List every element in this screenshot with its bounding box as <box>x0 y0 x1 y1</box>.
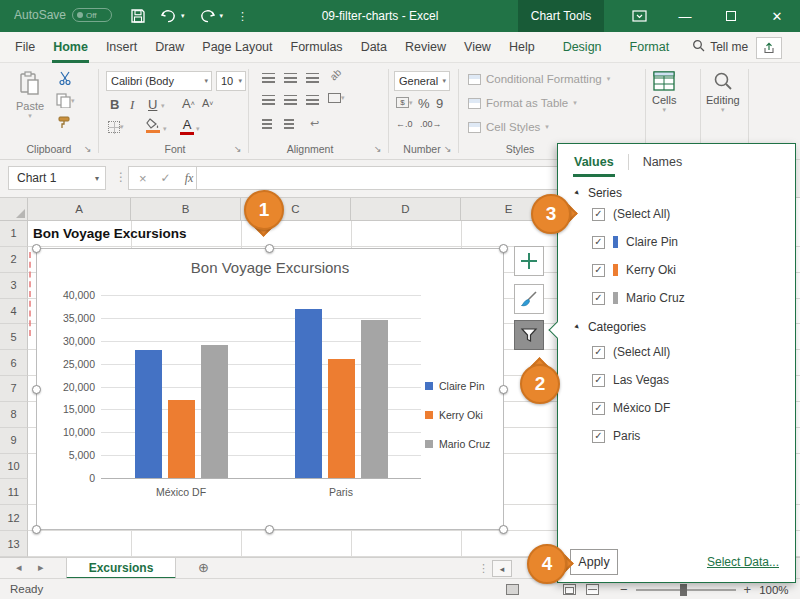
minimize-button[interactable]: — <box>662 0 708 32</box>
zoom-in-icon[interactable]: + <box>744 582 752 597</box>
checkbox-checked-icon[interactable]: ✓ <box>592 236 605 249</box>
bar-kerry-oki[interactable] <box>328 359 355 478</box>
undo-dropdown-icon[interactable]: ▾ <box>181 12 185 20</box>
font-dialog-launcher[interactable]: ↘ <box>234 144 242 154</box>
tab-insert[interactable]: Insert <box>97 32 146 63</box>
row-header-1[interactable]: 1 <box>0 221 28 247</box>
panel-tab-names[interactable]: Names <box>637 144 689 180</box>
column-header-B[interactable]: B <box>131 198 241 221</box>
series-row-claire[interactable]: ✓Claire Pin <box>592 228 678 256</box>
autosave-pill[interactable]: Off <box>72 8 112 22</box>
chart-handle-top-center[interactable] <box>265 244 274 253</box>
checkbox-checked-icon[interactable]: ✓ <box>592 208 605 221</box>
cell-styles-button[interactable]: Cell Styles▾ <box>468 121 549 133</box>
category-select-all-row[interactable]: ✓(Select All) <box>592 338 670 366</box>
chart-handle-bottom-right[interactable] <box>499 525 508 534</box>
new-sheet-button[interactable]: ⊕ <box>198 560 209 575</box>
row-header-11[interactable]: 11 <box>0 479 28 505</box>
series-select-all-row[interactable]: ✓(Select All) <box>592 200 670 228</box>
chart-handle-mid-right[interactable] <box>499 385 508 394</box>
cells-dropdown-icon[interactable]: ▾ <box>662 106 666 114</box>
page-break-view-button[interactable] <box>586 584 599 595</box>
autosave-toggle[interactable]: AutoSave Off <box>14 8 112 22</box>
sheet-tab-excursions[interactable]: Excursions <box>66 558 176 579</box>
formula-bar-drag-handle[interactable]: ⋮ <box>115 170 127 184</box>
legend-item[interactable]: Kerry Oki <box>425 400 490 429</box>
checkbox-checked-icon[interactable]: ✓ <box>592 264 605 277</box>
select-all-corner[interactable] <box>0 198 28 221</box>
font-size-select[interactable]: 10▾ <box>216 71 246 91</box>
chart-handle-bottom-left[interactable] <box>32 525 41 534</box>
fill-color-dropdown-icon[interactable]: ▾ <box>163 125 167 133</box>
hscroll-left-icon[interactable]: ◂ <box>492 560 512 577</box>
zoom-slider[interactable] <box>636 589 736 591</box>
row-header-8[interactable]: 8 <box>0 402 28 428</box>
orientation-button[interactable]: ab <box>328 67 344 83</box>
chart-handle-mid-left[interactable] <box>32 385 41 394</box>
paste-dropdown-icon[interactable]: ▾ <box>28 112 32 120</box>
insert-function-icon[interactable]: fx <box>185 171 194 186</box>
chart-plot-area[interactable] <box>101 295 421 478</box>
legend-item[interactable]: Claire Pin <box>425 371 490 400</box>
save-button[interactable] <box>130 8 146 24</box>
row-header-10[interactable]: 10 <box>0 454 28 480</box>
row-header-3[interactable]: 3 <box>0 273 28 299</box>
cancel-icon[interactable]: × <box>139 171 147 186</box>
category-row-mexico-df[interactable]: ✓México DF <box>592 394 670 422</box>
chart-object[interactable]: Bon Voyage Excursions 40,00035,00030,000… <box>36 248 504 530</box>
tab-format[interactable]: Format <box>621 32 679 63</box>
select-data-link[interactable]: Select Data... <box>707 555 779 569</box>
bar-claire-pin[interactable] <box>135 350 162 478</box>
row-header-7[interactable]: 7 <box>0 376 28 402</box>
alignment-dialog-launcher[interactable]: ↘ <box>374 144 382 154</box>
column-header-A[interactable]: A <box>28 198 131 221</box>
zoom-slider-thumb[interactable] <box>680 584 687 596</box>
align-top-button[interactable] <box>262 73 275 83</box>
sheet-nav-prev-icon[interactable]: ◂ <box>16 561 22 574</box>
row-header-13[interactable]: 13 <box>0 531 28 557</box>
cells-button[interactable]: Cells ▾ <box>652 71 676 114</box>
name-box[interactable]: Chart 1▾ <box>8 166 106 190</box>
row-header-4[interactable]: 4 <box>0 299 28 325</box>
decrease-decimal-button[interactable]: .00→ <box>420 119 442 129</box>
comma-style-button[interactable]: 9 <box>436 96 443 111</box>
align-bottom-button[interactable] <box>306 73 319 83</box>
category-row-las-vegas[interactable]: ✓Las Vegas <box>592 366 669 394</box>
wrap-text-button[interactable]: ↩ <box>310 117 319 130</box>
tab-scroll-splitter[interactable]: ⋮ <box>478 562 489 575</box>
tell-me-box[interactable]: Tell me <box>692 39 748 55</box>
tab-file[interactable]: File <box>6 32 44 63</box>
series-row-kerry[interactable]: ✓Kerry Oki <box>592 256 676 284</box>
underline-button[interactable]: U <box>148 97 157 112</box>
format-as-table-button[interactable]: Format as Table▾ <box>468 97 577 109</box>
increase-decimal-button[interactable]: ←.0 <box>396 119 413 129</box>
copy-button[interactable]: ▾ <box>56 93 75 108</box>
align-center-button[interactable] <box>284 95 297 105</box>
chart-legend[interactable]: Claire PinKerry OkiMario Cruz <box>425 371 490 458</box>
chart-handle-top-right[interactable] <box>499 244 508 253</box>
editing-button[interactable]: Editing ▾ <box>706 71 740 114</box>
bar-claire-pin[interactable] <box>295 309 322 478</box>
tab-formulas[interactable]: Formulas <box>282 32 352 63</box>
fill-color-button[interactable] <box>146 118 160 133</box>
normal-view-button[interactable] <box>506 584 519 595</box>
chart-handle-bottom-center[interactable] <box>265 525 274 534</box>
align-right-button[interactable] <box>306 95 319 105</box>
column-header-D[interactable]: D <box>351 198 461 221</box>
borders-button[interactable]: ▾ <box>108 121 124 133</box>
bar-mario-cruz[interactable] <box>201 345 228 478</box>
chart-styles-button[interactable] <box>514 284 544 314</box>
cut-button[interactable] <box>58 71 72 85</box>
number-format-select[interactable]: General▾ <box>394 71 450 91</box>
series-section-header[interactable]: ▲Series <box>574 186 622 200</box>
undo-button[interactable] <box>160 9 177 24</box>
row-header-2[interactable]: 2 <box>0 247 28 273</box>
maximize-button[interactable] <box>708 0 754 32</box>
chart-elements-button[interactable] <box>514 246 544 276</box>
paste-button[interactable]: Paste ▾ <box>16 71 44 120</box>
redo-button[interactable] <box>199 9 216 24</box>
tab-view[interactable]: View <box>455 32 500 63</box>
chart-title[interactable]: Bon Voyage Excursions <box>37 259 503 276</box>
font-color-dropdown-icon[interactable]: ▾ <box>196 125 200 133</box>
row-header-9[interactable]: 9 <box>0 428 28 454</box>
